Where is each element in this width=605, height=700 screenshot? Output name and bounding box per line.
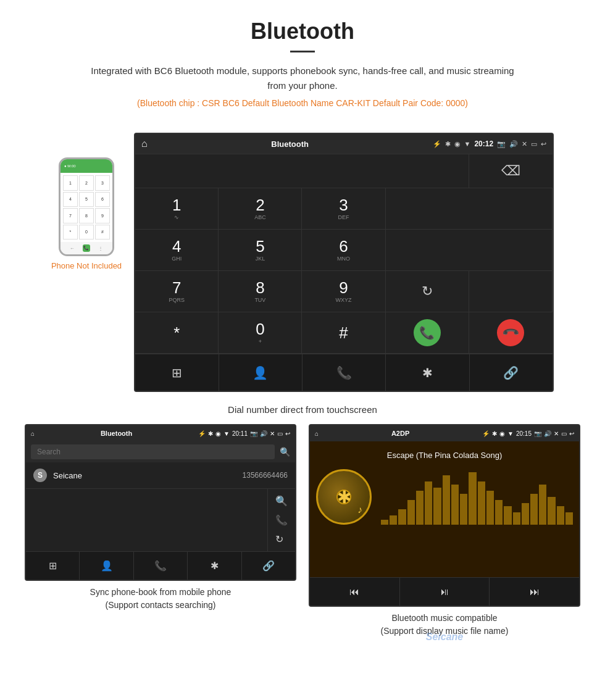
pb-usb-icon: ⚡ xyxy=(198,430,206,437)
pb-bottom-nav: ⊞ 👤 📞 ✱ 🔗 xyxy=(26,551,295,580)
key-2[interactable]: 2 ABC xyxy=(219,188,302,230)
pb-close-icon[interactable]: ✕ xyxy=(270,430,275,437)
pb-home-icon[interactable]: ⌂ xyxy=(31,430,35,437)
status-bar-left: ⌂ xyxy=(141,138,148,149)
phone-key-0: 0 xyxy=(79,225,94,240)
status-time: 20:12 xyxy=(474,140,493,148)
pb-search-side-icon[interactable]: 🔍 xyxy=(275,495,288,507)
key-7[interactable]: 7 PQRS xyxy=(135,271,219,312)
key-4-num: 4 xyxy=(172,238,181,254)
key-3[interactable]: 3 DEF xyxy=(302,188,385,230)
main-bottom-nav: ⊞ 👤 📞 ✱ 🔗 xyxy=(135,354,553,391)
music-next-button[interactable]: ⏭ xyxy=(490,578,579,606)
back-icon[interactable]: ↩ xyxy=(541,140,546,148)
main-content-area: ● M:00 1 2 3 4 5 6 7 8 9 * 0 # ← 📞 ⋮ xyxy=(0,127,605,398)
nav-bluetooth-button[interactable]: ✱ xyxy=(386,354,469,391)
phonebook-caption-line1: Sync phone-book from mobile phone xyxy=(31,586,290,599)
dial-display xyxy=(135,154,469,188)
eq-bar xyxy=(486,491,494,525)
pb-nav-bluetooth[interactable]: ✱ xyxy=(188,552,241,580)
nav-person-button[interactable]: 👤 xyxy=(219,354,302,391)
pb-screen-icon[interactable]: ▭ xyxy=(277,430,283,437)
music-prev-button[interactable]: ⏮ xyxy=(310,578,400,606)
key-7-num: 7 xyxy=(172,280,181,296)
key-0-num: 0 xyxy=(256,321,264,337)
key-hash-num: # xyxy=(339,325,348,341)
volume-icon[interactable]: 🔊 xyxy=(509,140,518,148)
key-hash[interactable]: # xyxy=(302,312,385,354)
close-icon[interactable]: ✕ xyxy=(522,140,527,148)
nav-link-button[interactable]: 🔗 xyxy=(470,354,553,391)
key-5-letters: JKL xyxy=(256,256,265,262)
key-6[interactable]: 6 MNO xyxy=(302,230,385,271)
page-title: Bluetooth xyxy=(12,19,593,44)
music-volume-icon[interactable]: 🔊 xyxy=(544,430,551,437)
pb-camera-icon[interactable]: 📷 xyxy=(250,430,257,437)
eq-bar xyxy=(451,485,459,525)
pb-location-icon: ◉ xyxy=(215,430,221,437)
bluetooth-music-icon: ✱ xyxy=(337,487,351,507)
nav-grid-button[interactable]: ⊞ xyxy=(135,354,219,391)
key-1-num: 1 xyxy=(172,197,181,213)
key-0[interactable]: 0 + xyxy=(219,312,302,354)
key-5[interactable]: 5 JKL xyxy=(219,230,302,271)
phone-key-star: * xyxy=(63,225,78,240)
eq-bar xyxy=(495,500,503,525)
key-2-num: 2 xyxy=(256,197,264,213)
key-4[interactable]: 4 GHI xyxy=(135,230,219,271)
call-button[interactable]: 📞 xyxy=(386,312,469,354)
pb-nav-person[interactable]: 👤 xyxy=(80,552,133,580)
camera-icon[interactable]: 📷 xyxy=(497,140,506,148)
music-back-icon[interactable]: ↩ xyxy=(569,430,574,437)
page-header: Bluetooth Integrated with BC6 Bluetooth … xyxy=(0,0,605,127)
music-close-icon[interactable]: ✕ xyxy=(554,430,559,437)
pb-search-input[interactable] xyxy=(31,444,275,459)
key-star[interactable]: * xyxy=(135,312,219,354)
key-9[interactable]: 9 WXYZ xyxy=(302,271,385,312)
pb-refresh-side-icon[interactable]: ↻ xyxy=(275,533,288,545)
pb-contact-avatar: S xyxy=(33,469,47,482)
music-status-bar: ⌂ A2DP ⚡ ✱ ◉ ▼ 20:15 📷 🔊 ✕ ▭ ↩ xyxy=(310,425,579,441)
eq-bar xyxy=(522,503,529,525)
music-camera-icon[interactable]: 📷 xyxy=(534,430,541,437)
key-8[interactable]: 8 TUV xyxy=(219,271,302,312)
music-signal-icon: ▼ xyxy=(507,430,514,437)
eq-bar xyxy=(504,506,511,525)
phone-key-4: 4 xyxy=(63,192,78,207)
phone-key-6: 6 xyxy=(95,192,110,207)
eq-bar xyxy=(548,497,555,525)
hangup-button[interactable]: 📞 xyxy=(469,312,553,354)
key-1[interactable]: 1 ∿ xyxy=(135,188,219,230)
pb-phone-side-icon[interactable]: 📞 xyxy=(275,514,288,526)
refresh-button[interactable]: ↻ xyxy=(386,271,469,312)
page-description: Integrated with BC6 Bluetooth module, su… xyxy=(86,64,519,93)
home-icon[interactable]: ⌂ xyxy=(141,138,148,149)
bluetooth-status-icon: ✱ xyxy=(445,140,451,148)
music-home-icon[interactable]: ⌂ xyxy=(315,430,319,437)
screen-icon[interactable]: ▭ xyxy=(531,140,537,148)
phone-top-bar-text: ● M:00 xyxy=(64,164,76,168)
nav-phone-button[interactable]: 📞 xyxy=(302,354,386,391)
main-device-screen: ⌂ Bluetooth ⚡ ✱ ◉ ▼ 20:12 📷 🔊 ✕ ▭ ↩ ⌫ xyxy=(134,133,554,392)
music-play-button[interactable]: ⏯ xyxy=(400,578,490,606)
pb-back-icon[interactable]: ↩ xyxy=(285,430,290,437)
phone-key-3: 3 xyxy=(95,175,110,191)
pb-status-title: Bluetooth xyxy=(38,430,194,437)
music-art-area: ✱ ♪ xyxy=(316,469,573,525)
music-screen-icon[interactable]: ▭ xyxy=(561,430,567,437)
pb-contact-row[interactable]: S Seicane 13566664466 xyxy=(26,462,295,489)
pb-search-icon: 🔍 xyxy=(280,447,290,457)
eq-bar xyxy=(460,494,467,525)
eq-bar xyxy=(381,520,388,525)
pb-nav-phone[interactable]: 📞 xyxy=(134,552,188,580)
signal-icon: ▼ xyxy=(464,140,471,148)
page-specs: (Bluetooth chip : CSR BC6 Default Blueto… xyxy=(12,98,593,108)
status-bar-right: ⚡ ✱ ◉ ▼ 20:12 📷 🔊 ✕ ▭ ↩ xyxy=(433,140,547,148)
music-screen-wrapper: ⌂ A2DP ⚡ ✱ ◉ ▼ 20:15 📷 🔊 ✕ ▭ ↩ Escape (T… xyxy=(309,424,580,643)
pb-nav-link[interactable]: 🔗 xyxy=(242,552,295,580)
phonebook-screen-wrapper: ⌂ Bluetooth ⚡ ✱ ◉ ▼ 20:11 📷 🔊 ✕ ▭ ↩ xyxy=(25,424,296,643)
pb-volume-icon[interactable]: 🔊 xyxy=(260,430,267,437)
key-8-letters: TUV xyxy=(254,297,265,303)
pb-nav-grid[interactable]: ⊞ xyxy=(26,552,80,580)
backspace-button[interactable]: ⌫ xyxy=(469,154,553,188)
